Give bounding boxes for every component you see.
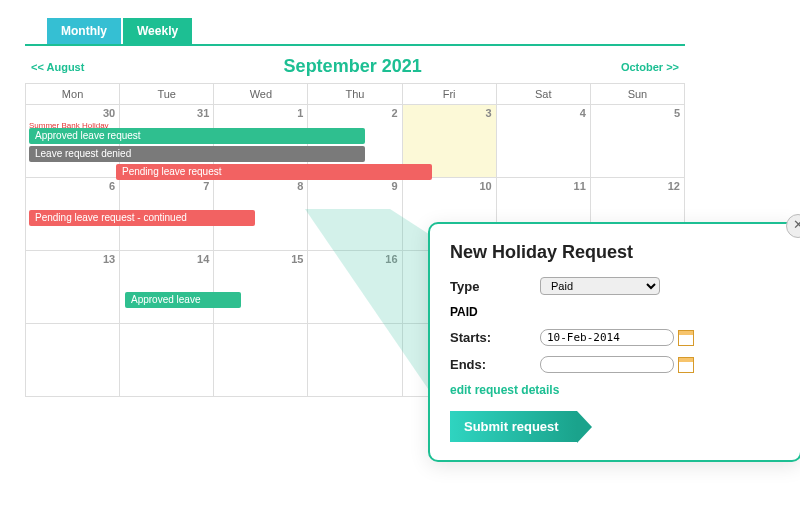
day-number: 11	[574, 180, 586, 192]
day-number: 12	[668, 180, 680, 192]
calendar-icon[interactable]	[678, 357, 694, 373]
close-icon[interactable]: ✕	[786, 214, 800, 238]
day-cell[interactable]: 16	[308, 251, 402, 324]
tab-monthly[interactable]: Monthly	[47, 18, 121, 44]
day-number: 6	[109, 180, 115, 192]
day-cell[interactable]: 4	[496, 105, 590, 178]
day-cell[interactable]	[308, 324, 402, 397]
dow-header: Sat	[496, 84, 590, 105]
day-number: 3	[486, 107, 492, 119]
tab-weekly[interactable]: Weekly	[123, 18, 192, 44]
day-number: 15	[291, 253, 303, 265]
edit-details-link[interactable]: edit request details	[450, 383, 780, 397]
day-cell[interactable]: 14	[120, 251, 214, 324]
starts-label: Starts:	[450, 330, 540, 345]
dow-header: Sun	[590, 84, 684, 105]
dow-header: Thu	[308, 84, 402, 105]
day-cell[interactable]	[120, 324, 214, 397]
month-title: September 2021	[284, 56, 422, 77]
month-nav: << August September 2021 October >>	[25, 46, 685, 83]
dialog-title: New Holiday Request	[450, 242, 780, 263]
day-cell[interactable]: 9	[308, 178, 402, 251]
day-cell[interactable]: 5	[590, 105, 684, 178]
dow-header: Mon	[26, 84, 120, 105]
event-denied[interactable]: Leave request denied	[29, 146, 365, 162]
submit-button[interactable]: Submit request	[450, 411, 577, 442]
event-approved-short[interactable]: Approved leave	[125, 292, 241, 308]
prev-month-link[interactable]: << August	[31, 61, 84, 73]
view-tabs: Monthly Weekly	[47, 18, 685, 44]
new-holiday-dialog: ✕ New Holiday Request Type Paid PAID Sta…	[428, 222, 800, 462]
day-number: 13	[103, 253, 115, 265]
type-label: Type	[450, 279, 540, 294]
day-cell[interactable]	[214, 324, 308, 397]
day-number: 4	[580, 107, 586, 119]
ends-label: Ends:	[450, 357, 540, 372]
day-number: 16	[385, 253, 397, 265]
day-number: 30	[103, 107, 115, 119]
day-cell[interactable]: 13	[26, 251, 120, 324]
event-approved[interactable]: Approved leave request	[29, 128, 365, 144]
day-number: 14	[197, 253, 209, 265]
event-pending[interactable]: Pending leave request	[116, 164, 432, 180]
day-number: 5	[674, 107, 680, 119]
day-cell[interactable]: 15	[214, 251, 308, 324]
day-cell[interactable]	[26, 324, 120, 397]
dow-header: Wed	[214, 84, 308, 105]
day-number: 7	[203, 180, 209, 192]
dow-header: Fri	[402, 84, 496, 105]
ends-input[interactable]	[540, 356, 674, 373]
section-label: PAID	[450, 305, 780, 319]
calendar-icon[interactable]	[678, 330, 694, 346]
day-number: 2	[391, 107, 397, 119]
day-number: 31	[197, 107, 209, 119]
day-number: 1	[297, 107, 303, 119]
event-pending-continued[interactable]: Pending leave request - continued	[29, 210, 255, 226]
day-number: 10	[479, 180, 491, 192]
day-number: 8	[297, 180, 303, 192]
next-month-link[interactable]: October >>	[621, 61, 679, 73]
starts-input[interactable]	[540, 329, 674, 346]
type-select[interactable]: Paid	[540, 277, 660, 295]
dow-header: Tue	[120, 84, 214, 105]
day-number: 9	[391, 180, 397, 192]
